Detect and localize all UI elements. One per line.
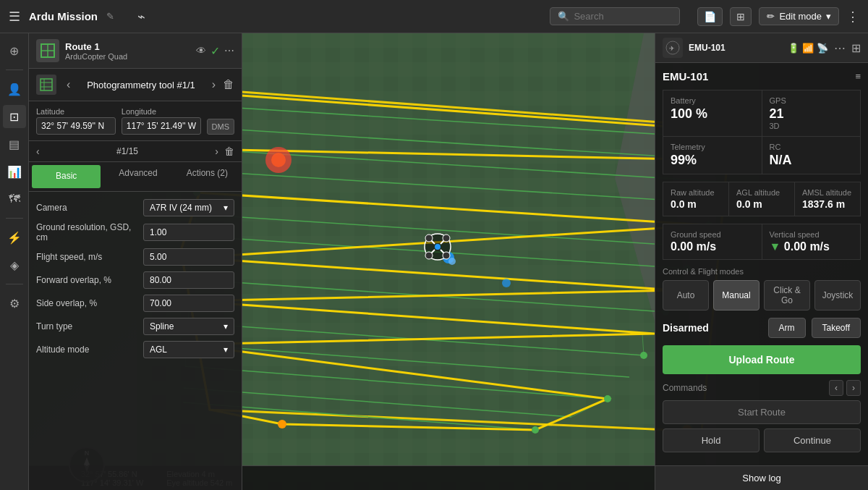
svg-point-63 <box>443 235 450 242</box>
ground-speed-cell: Ground speed 0.00 m/s <box>663 224 762 259</box>
route-avatar <box>36 39 59 62</box>
tool-prev-btn[interactable]: ‹ <box>64 77 73 93</box>
continue-button[interactable]: Continue <box>764 428 861 452</box>
sidebar-item-map[interactable]: 🗺 <box>3 187 26 211</box>
svg-line-9 <box>197 193 709 225</box>
sidebar-item-actions[interactable]: ⚡ <box>3 226 26 249</box>
takeoff-button[interactable]: Takeoff <box>812 318 861 338</box>
tab-row: Basic Advanced Actions (2) <box>29 162 242 192</box>
mode-joystick-btn[interactable]: Joystick <box>814 280 861 311</box>
layers-icon-btn[interactable]: ⊞ <box>730 7 752 26</box>
camera-select[interactable]: A7R IV (24 mm) ▾ <box>143 199 234 216</box>
wifi-icon: 📡 <box>817 43 828 54</box>
longitude-input[interactable] <box>122 117 201 135</box>
wp-nav: ‹ #1/15 › 🗑 <box>29 141 242 162</box>
mode-auto-btn[interactable]: Auto <box>663 280 709 311</box>
check-icon: ✓ <box>210 44 220 58</box>
altitude-mode-select[interactable]: AGL ▾ <box>143 341 234 358</box>
route-name: Route 1 <box>65 41 190 52</box>
commands-label: Commands <box>663 383 707 393</box>
longitude-label: Longitude <box>122 107 201 116</box>
agl-alt-value: 0.0 m <box>736 198 787 210</box>
route-panel: Route 1 ArduCopter Quad 👁 ✓ ⋯ ‹ Photogra… <box>29 33 242 490</box>
svg-point-62 <box>425 235 433 242</box>
turn-type-select[interactable]: Spline ▾ <box>143 318 234 335</box>
right-panel: ✈ EMU-101 🔋 📶 📡 ⋯ ⊞ EMU-101 ≡ Battery 10… <box>655 33 868 490</box>
gps-value: 21 <box>770 106 854 122</box>
visibility-icon[interactable]: 👁 <box>196 45 206 56</box>
latitude-group: Latitude <box>36 107 116 135</box>
tool-next-btn[interactable]: › <box>209 77 218 93</box>
rc-label: RC <box>770 143 854 151</box>
sidebar-item-profile[interactable]: 👤 <box>3 77 26 101</box>
tab-advanced[interactable]: Advanced <box>103 162 172 191</box>
search-input[interactable] <box>574 11 660 22</box>
sidebar-item-mission[interactable]: ▤ <box>3 132 26 156</box>
param-camera: Camera A7R IV (24 mm) ▾ <box>36 199 234 216</box>
params-panel: Camera A7R IV (24 mm) ▾ Ground resolutio… <box>29 192 242 490</box>
svg-line-12 <box>192 258 676 290</box>
control-section-label: Control & Flight modes <box>663 267 861 276</box>
latitude-input[interactable] <box>36 117 116 135</box>
more-icon[interactable]: ⋮ <box>846 9 859 25</box>
mode-click-go-btn[interactable]: Click & Go <box>764 280 810 311</box>
mode-manual-btn[interactable]: Manual <box>713 280 760 311</box>
sidebar-item-connect[interactable]: ◈ <box>3 253 26 276</box>
tab-actions[interactable]: Actions (2) <box>173 162 242 191</box>
app-title: Ardu Mission <box>29 10 98 22</box>
battery-icon: 🔋 <box>788 43 799 54</box>
param-forward-overlap: Forward overlap, % <box>36 271 234 289</box>
topbar-actions: 📄 ⊞ ✏ Edit mode ▾ ⋮ <box>697 7 859 26</box>
svg-point-52 <box>271 153 286 167</box>
arm-button[interactable]: Arm <box>768 318 806 338</box>
commands-prev-btn[interactable]: ‹ <box>829 380 843 396</box>
forward-overlap-input[interactable] <box>143 271 234 289</box>
side-overlap-input[interactable] <box>143 295 234 312</box>
edit-mode-btn[interactable]: ✏ Edit mode ▾ <box>759 7 839 25</box>
edit-icon: ✏ <box>767 11 775 22</box>
sidebar-item-add[interactable]: ⊕ <box>3 39 26 62</box>
wp-prev-btn[interactable]: ‹ <box>36 145 40 157</box>
svg-point-50 <box>278 420 286 428</box>
amsl-alt-cell: AMSL altitude 1837.6 m <box>795 182 860 216</box>
emu-list-icon[interactable]: ≡ <box>855 71 861 82</box>
search-box[interactable]: 🔍 <box>550 7 680 25</box>
coords-row: Latitude Longitude DMS <box>29 101 242 141</box>
battery-label: Battery <box>671 96 754 105</box>
mini-drone-more-icon[interactable]: ⋯ <box>834 41 846 55</box>
camera-chevron: ▾ <box>224 203 228 213</box>
svg-line-11 <box>194 236 687 269</box>
tab-basic[interactable]: Basic <box>32 165 101 188</box>
route-more-icon[interactable]: ⋯ <box>224 45 234 56</box>
edit-title-icon[interactable]: ✎ <box>106 11 114 22</box>
gsd-input[interactable] <box>143 224 234 241</box>
dms-button[interactable]: DMS <box>207 119 234 135</box>
speed-label: Flight speed, m/s <box>36 252 137 262</box>
speed-input[interactable] <box>143 248 234 266</box>
svg-line-15 <box>188 323 644 355</box>
hold-button[interactable]: Hold <box>663 428 760 452</box>
raw-alt-cell: Raw altitude 0.0 m <box>663 182 728 216</box>
mini-expand-icon[interactable]: ⊞ <box>851 41 861 55</box>
mini-drone-avatar: ✈ <box>663 38 683 58</box>
file-icon-btn[interactable]: 📄 <box>697 7 723 26</box>
start-route-button[interactable]: Start Route <box>663 400 861 424</box>
svg-line-14 <box>190 301 655 334</box>
sidebar-item-settings[interactable]: ⚙ <box>3 292 26 315</box>
wp-delete-btn[interactable]: 🗑 <box>224 145 234 157</box>
svg-line-8 <box>198 171 719 203</box>
menu-icon[interactable]: ☰ <box>9 9 20 25</box>
show-log-button[interactable]: Show log <box>655 465 868 490</box>
sidebar-item-route[interactable]: ⊡ <box>3 105 26 128</box>
svg-point-65 <box>443 252 450 259</box>
mini-drone-status-icons: 🔋 📶 📡 <box>788 43 828 54</box>
sidebar-item-data[interactable]: 📊 <box>3 160 26 183</box>
wp-next-btn[interactable]: › <box>215 145 218 157</box>
emu-panel: EMU-101 ≡ Battery 100 % GPS 21 3D Teleme… <box>655 63 868 490</box>
rc-value: N/A <box>770 153 854 168</box>
commands-next-btn[interactable]: › <box>846 380 861 396</box>
tool-delete-btn[interactable]: 🗑 <box>223 78 234 91</box>
raw-alt-label: Raw altitude <box>671 188 721 197</box>
upload-route-button[interactable]: Upload Route <box>663 345 861 374</box>
tool-icon <box>36 75 56 95</box>
